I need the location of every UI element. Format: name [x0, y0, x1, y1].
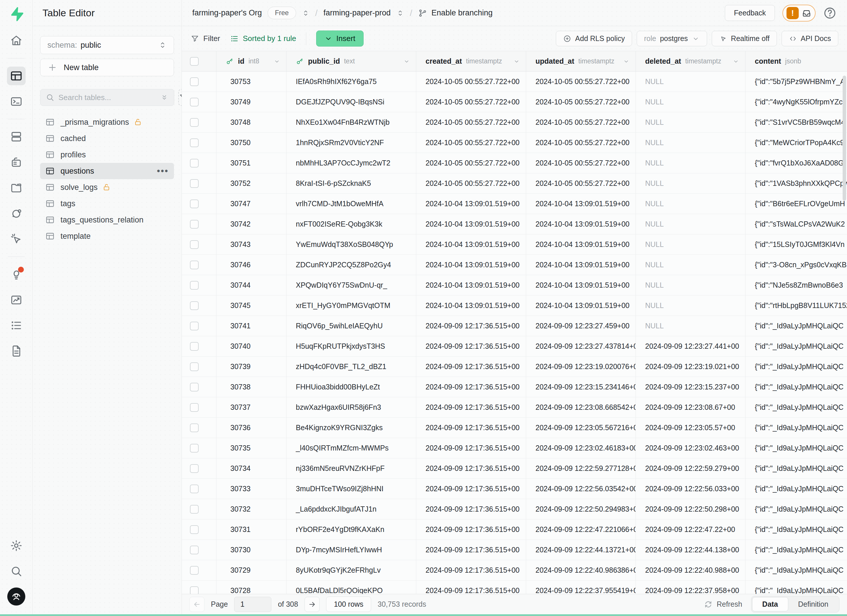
api-docs-nav[interactable]	[7, 342, 26, 360]
insert-button[interactable]: Insert	[316, 31, 364, 47]
row-checkbox[interactable]	[190, 464, 199, 473]
cell-deleted-at[interactable]: NULL	[636, 255, 745, 275]
cell-deleted-at[interactable]: 2024-09-09 12:22:44.138+00	[636, 540, 745, 560]
chevron-down-icon[interactable]	[273, 58, 280, 65]
cell-created-at[interactable]: 2024-10-05 00:55:27.722+00	[416, 112, 526, 132]
cell-deleted-at[interactable]: 2024-09-09 12:23:15.237+00	[636, 377, 745, 397]
cell-id[interactable]: 30731	[216, 519, 286, 539]
cell-updated-at[interactable]: 2024-09-09 12:22:47.221066+00	[526, 519, 636, 539]
cell-deleted-at[interactable]: NULL	[636, 92, 745, 112]
cell-id[interactable]: 30743	[216, 234, 286, 255]
column-header-public-id[interactable]: public_id text	[286, 51, 416, 71]
cell-content[interactable]: {"id":"_Id9aLyJpMHQLaiQC	[745, 336, 847, 356]
cell-content[interactable]: {"id":"3-O8cn_xPgs0cVxqKB	[745, 255, 847, 275]
cell-created-at[interactable]: 2024-10-04 13:09:01.519+00	[416, 194, 526, 214]
cell-updated-at[interactable]: 2024-10-05 00:55:27.722+00	[526, 133, 636, 153]
cell-created-at[interactable]: 2024-10-04 13:09:01.519+00	[416, 234, 526, 255]
role-select[interactable]: role postgres	[637, 31, 707, 46]
cell-id[interactable]: 30748	[216, 112, 286, 132]
cell-created-at[interactable]: 2024-10-05 00:55:27.722+00	[416, 92, 526, 112]
cell-updated-at[interactable]: 2024-09-09 12:22:37.955419+00	[526, 581, 636, 594]
chevron-down-icon[interactable]	[623, 58, 630, 65]
cell-created-at[interactable]: 2024-09-09 12:17:36.515+00	[416, 336, 526, 356]
sidebar-table-item[interactable]: tags_questions_relation •••	[40, 212, 174, 228]
cell-updated-at[interactable]: 2024-09-09 12:23:05.567216+00	[526, 418, 636, 438]
cell-created-at[interactable]: 2024-10-05 00:55:27.722+00	[416, 133, 526, 153]
cell-deleted-at[interactable]: 2024-09-09 12:23:27.441+00	[636, 336, 745, 356]
row-checkbox[interactable]	[190, 322, 199, 330]
advisors-nav[interactable]	[7, 265, 26, 284]
row-checkbox[interactable]	[190, 159, 199, 168]
cell-created-at[interactable]: 2024-10-04 13:09:01.519+00	[416, 214, 526, 234]
cell-content[interactable]: {"id":"_Id9aLyJpMHQLaiQC	[745, 540, 847, 560]
cell-id[interactable]: 30738	[216, 377, 286, 397]
cell-content[interactable]: {"id":"15LSIyT0JGMf3Kl4Vn	[745, 234, 847, 255]
feedback-button[interactable]: Feedback	[725, 5, 775, 21]
cell-content[interactable]: {"id":"NJe5s8ZmBwnoB6e3	[745, 275, 847, 295]
cell-updated-at[interactable]: 2024-09-09 12:23:02.46183+00	[526, 438, 636, 458]
cell-created-at[interactable]: 2024-09-09 12:17:36.515+00	[416, 581, 526, 594]
schema-select[interactable]: schema: public	[40, 36, 174, 54]
cell-created-at[interactable]: 2024-10-04 13:09:01.519+00	[416, 275, 526, 295]
row-checkbox[interactable]	[190, 403, 199, 412]
cell-public-id[interactable]: 0L5BAfDaLDl5rQOiqeKPO	[286, 581, 416, 594]
cell-content[interactable]: {"id":"_Id9aLyJpMHQLaiQC	[745, 438, 847, 458]
cell-id[interactable]: 30735	[216, 438, 286, 458]
sort-button[interactable]: Sorted by 1 rule	[230, 34, 297, 43]
add-rls-policy-button[interactable]: Add RLS policy	[556, 31, 632, 46]
sidebar-table-item[interactable]: solve_logs •••	[40, 179, 174, 196]
cell-id[interactable]: 30749	[216, 92, 286, 112]
cell-content[interactable]: {"id":"B6tr6eEFLrOVgeUmH	[745, 194, 847, 214]
project-name[interactable]: farming-paper-prod	[323, 9, 391, 18]
supabase-logo-icon[interactable]	[9, 6, 24, 22]
cell-deleted-at[interactable]: NULL	[636, 234, 745, 255]
cell-public-id[interactable]: DYp-7mcyMSIrHefLYIwwH	[286, 540, 416, 560]
cell-updated-at[interactable]: 2024-10-05 00:55:27.722+00	[526, 112, 636, 132]
cell-content[interactable]: {"id":"_Id9aLyJpMHQLaiQC	[745, 499, 847, 519]
cell-public-id[interactable]: XPQwDIqY6Y75SwDnU-qr_	[286, 275, 416, 295]
cell-deleted-at[interactable]: 2024-09-09 12:22:47.22+00	[636, 519, 745, 539]
cell-created-at[interactable]: 2024-10-05 00:55:27.722+00	[416, 72, 526, 91]
database-nav[interactable]	[7, 127, 26, 146]
cell-deleted-at[interactable]: 2024-09-09 12:23:05.57+00	[636, 418, 745, 438]
cell-public-id[interactable]: _l40sQIRTmMZfcm-MWMPs	[286, 438, 416, 458]
cell-id[interactable]: 30732	[216, 499, 286, 519]
sidebar-table-item[interactable]: cached •••	[40, 130, 174, 147]
sidebar-table-item[interactable]: questions •••	[40, 163, 174, 179]
cell-deleted-at[interactable]: NULL	[636, 173, 745, 193]
cell-updated-at[interactable]: 2024-09-09 12:23:19.020076+00	[526, 357, 636, 377]
cell-updated-at[interactable]: 2024-10-04 13:09:01.519+00	[526, 214, 636, 234]
cell-updated-at[interactable]: 2024-10-04 13:09:01.519+00	[526, 194, 636, 214]
column-header-deleted-at[interactable]: deleted_at timestamptz	[636, 51, 745, 71]
cell-id[interactable]: 30740	[216, 336, 286, 356]
cell-created-at[interactable]: 2024-09-09 12:17:36.515+00	[416, 438, 526, 458]
table-editor-nav[interactable]	[7, 66, 26, 85]
cell-content[interactable]: {"id":"5b7j5Pz9WHBNmY_A	[745, 72, 847, 91]
help-button[interactable]	[823, 6, 837, 20]
cell-public-id[interactable]: NhXEo1Xw04FnB4RzWTNjb	[286, 112, 416, 132]
cell-content[interactable]: {"id":"_Id9aLyJpMHQLaiQC	[745, 479, 847, 499]
chevrons-up-down-icon[interactable]	[397, 9, 404, 17]
row-checkbox[interactable]	[190, 505, 199, 514]
new-table-button[interactable]: New table	[40, 59, 174, 76]
cell-created-at[interactable]: 2024-10-05 00:55:27.722+00	[416, 173, 526, 193]
column-header-id[interactable]: id int8	[216, 51, 286, 71]
more-options-icon[interactable]: •••	[157, 167, 169, 175]
cell-id[interactable]: 30746	[216, 255, 286, 275]
cell-deleted-at[interactable]: NULL	[636, 153, 745, 173]
row-checkbox[interactable]	[190, 77, 199, 86]
storage-nav[interactable]	[7, 178, 26, 197]
cell-updated-at[interactable]: 2024-09-09 12:23:15.234146+00	[526, 377, 636, 397]
cell-id[interactable]: 30742	[216, 214, 286, 234]
row-checkbox[interactable]	[190, 383, 199, 392]
row-checkbox[interactable]	[190, 199, 199, 208]
cell-deleted-at[interactable]: 2024-09-09 12:23:08.67+00	[636, 397, 745, 417]
cell-public-id[interactable]: DGEJfJZPQUV9Q-IBqsNSi	[286, 92, 416, 112]
cell-public-id[interactable]: YwEmuWdqT38XoSB048QYp	[286, 234, 416, 255]
cell-deleted-at[interactable]: 2024-09-09 12:23:02.463+00	[636, 438, 745, 458]
cell-public-id[interactable]: 1hnRQjxSRm2V0VticY2NF	[286, 133, 416, 153]
cell-created-at[interactable]: 2024-10-04 13:09:01.519+00	[416, 296, 526, 315]
cell-created-at[interactable]: 2024-10-04 13:09:01.519+00	[416, 255, 526, 275]
cell-created-at[interactable]: 2024-09-09 12:17:36.515+00	[416, 316, 526, 336]
cell-id[interactable]: 30747	[216, 194, 286, 214]
